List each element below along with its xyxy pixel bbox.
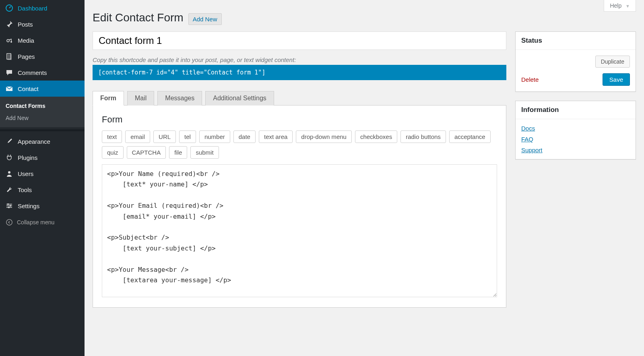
user-icon xyxy=(5,169,14,178)
duplicate-button[interactable]: Duplicate xyxy=(595,56,630,68)
admin-sidebar: Dashboard Posts Media Pages Comments Con… xyxy=(0,0,85,356)
page-title: Edit Contact Form xyxy=(93,11,184,24)
tag-button-date[interactable]: date xyxy=(233,130,256,143)
svg-point-8 xyxy=(10,205,11,207)
sidebar-item-dashboard[interactable]: Dashboard xyxy=(0,0,85,16)
sidebar-label: Posts xyxy=(18,21,33,28)
sidebar-label: Plugins xyxy=(18,154,37,161)
sidebar-submenu: Contact Forms Add New xyxy=(0,97,85,127)
sidebar-meta: Status Duplicate Delete Save Information xyxy=(515,31,636,168)
svg-point-2 xyxy=(10,41,12,43)
media-icon xyxy=(5,36,14,45)
tag-generator-row: textemailURLtelnumberdatetext areadrop-d… xyxy=(102,130,497,159)
save-button[interactable]: Save xyxy=(603,73,630,86)
sidebar-label: Pages xyxy=(18,53,35,60)
information-box: Information Docs FAQ Support xyxy=(515,101,636,159)
tag-button-submit[interactable]: submit xyxy=(190,146,219,159)
sidebar-label: Tools xyxy=(18,186,32,193)
sidebar-label: Users xyxy=(18,170,33,177)
sidebar-item-contact[interactable]: Contact xyxy=(0,81,85,97)
sidebar-label: Settings xyxy=(18,203,39,209)
tab-mail[interactable]: Mail xyxy=(127,91,154,106)
sidebar-item-posts[interactable]: Posts xyxy=(0,16,85,32)
tag-button-text[interactable]: text xyxy=(102,130,122,143)
shortcode-hint: Copy this shortcode and paste it into yo… xyxy=(93,56,506,63)
brush-icon xyxy=(5,137,14,146)
sidebar-item-media[interactable]: Media xyxy=(0,32,85,48)
sidebar-label: Appearance xyxy=(18,138,50,145)
svg-point-10 xyxy=(6,219,12,225)
collapse-label: Collapse menu xyxy=(17,219,54,226)
sidebar-item-comments[interactable]: Comments xyxy=(0,64,85,81)
sidebar-label: Dashboard xyxy=(18,5,47,12)
page-icon xyxy=(5,52,14,61)
sidebar-item-plugins[interactable]: Plugins xyxy=(0,149,85,166)
page-header: Edit Contact Form Add New xyxy=(93,11,636,25)
dashboard-icon xyxy=(5,4,14,12)
panel-title: Form xyxy=(102,114,497,125)
information-title: Information xyxy=(516,101,636,119)
editor-column: Copy this shortcode and paste it into yo… xyxy=(93,31,506,308)
tag-button-email[interactable]: email xyxy=(125,130,150,143)
tabs: Form Mail Messages Additional Settings xyxy=(93,91,506,106)
svg-point-9 xyxy=(8,207,10,208)
plug-icon xyxy=(5,153,14,162)
comment-icon xyxy=(5,68,14,77)
mail-icon xyxy=(5,84,14,93)
wrench-icon xyxy=(5,185,14,194)
tag-button-acceptance[interactable]: acceptance xyxy=(449,130,491,143)
sidebar-divider xyxy=(0,129,85,131)
tag-button-CAPTCHA[interactable]: CAPTCHA xyxy=(127,146,166,159)
sidebar-label: Media xyxy=(18,37,34,44)
info-link-faq[interactable]: FAQ xyxy=(521,136,630,143)
shortcode-box[interactable]: [contact-form-7 id="4" title="Contact fo… xyxy=(93,65,506,80)
info-link-docs[interactable]: Docs xyxy=(521,125,630,132)
collapse-icon xyxy=(5,218,14,227)
delete-link[interactable]: Delete xyxy=(521,76,539,83)
form-panel: Form textemailURLtelnumberdatetext aread… xyxy=(93,106,506,308)
tab-form[interactable]: Form xyxy=(93,91,124,106)
svg-point-6 xyxy=(8,171,10,174)
help-label: Help xyxy=(610,2,621,9)
status-box: Status Duplicate Delete Save xyxy=(515,31,636,92)
sidebar-label: Contact xyxy=(18,85,39,92)
sidebar-item-appearance[interactable]: Appearance xyxy=(0,133,85,149)
sidebar-item-tools[interactable]: Tools xyxy=(0,182,85,198)
collapse-menu[interactable]: Collapse menu xyxy=(0,214,85,231)
main-content: Help ▼ Edit Contact Form Add New Copy th… xyxy=(85,0,644,356)
tag-button-checkboxes[interactable]: checkboxes xyxy=(355,130,397,143)
sidebar-label: Comments xyxy=(18,69,47,76)
tag-button-tel[interactable]: tel xyxy=(179,130,196,143)
sliders-icon xyxy=(5,201,14,210)
tag-button-text-area[interactable]: text area xyxy=(259,130,293,143)
status-title: Status xyxy=(516,32,636,50)
tag-button-quiz[interactable]: quiz xyxy=(102,146,124,159)
tag-button-drop-down-menu[interactable]: drop-down menu xyxy=(296,130,352,143)
sidebar-item-settings[interactable]: Settings xyxy=(0,198,85,214)
tab-messages[interactable]: Messages xyxy=(157,91,202,106)
sidebar-subitem-add-new[interactable]: Add New xyxy=(0,112,85,124)
tag-button-number[interactable]: number xyxy=(199,130,230,143)
tag-button-file[interactable]: file xyxy=(169,146,187,159)
pin-icon xyxy=(5,20,14,29)
form-title-input[interactable] xyxy=(93,31,506,50)
form-template-textarea[interactable] xyxy=(102,164,497,297)
sidebar-item-pages[interactable]: Pages xyxy=(0,48,85,64)
help-tab[interactable]: Help ▼ xyxy=(604,0,636,12)
sidebar-subitem-contact-forms[interactable]: Contact Forms xyxy=(0,100,85,112)
chevron-down-icon: ▼ xyxy=(625,4,630,8)
tag-button-radio-buttons[interactable]: radio buttons xyxy=(400,130,446,143)
tab-additional-settings[interactable]: Additional Settings xyxy=(205,91,274,106)
sidebar-item-users[interactable]: Users xyxy=(0,166,85,182)
add-new-button[interactable]: Add New xyxy=(188,13,222,25)
svg-rect-4 xyxy=(8,54,12,60)
svg-point-7 xyxy=(7,203,9,205)
tag-button-URL[interactable]: URL xyxy=(153,130,176,143)
info-link-support[interactable]: Support xyxy=(521,147,630,153)
